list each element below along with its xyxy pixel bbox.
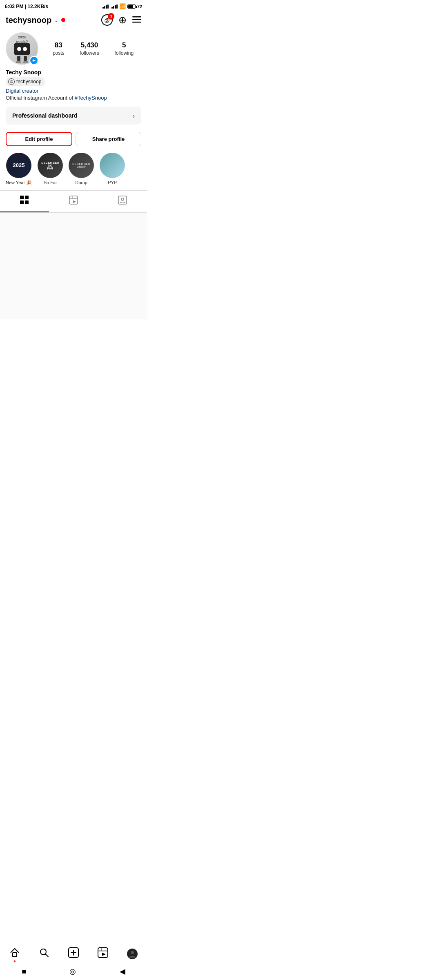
highlight-so-far[interactable]: DECEMBERSOFAR So Far	[38, 153, 63, 185]
dashboard-label: Professional dashboard	[12, 112, 77, 119]
svg-rect-11	[118, 196, 127, 204]
svg-rect-8	[69, 198, 78, 199]
battery-icon	[127, 4, 136, 9]
profile-section: 2025 goals?	[0, 29, 147, 102]
svg-rect-5	[20, 200, 24, 204]
display-name: Techy Snoop	[6, 69, 141, 76]
tagged-icon	[118, 196, 127, 207]
highlight-label-dump: Dump	[75, 180, 87, 185]
dashboard-arrow-icon: ›	[133, 112, 135, 120]
highlight-circle-new-year: 2025	[6, 153, 31, 178]
battery-percent: 72	[137, 4, 142, 9]
status-bar: 6:03 PM | 12.2KB/s 📶 72	[0, 0, 147, 11]
following-label: following	[114, 50, 134, 56]
threads-icon[interactable]: @ 3	[101, 14, 113, 26]
professional-dashboard[interactable]: › Professional dashboard	[6, 107, 141, 125]
highlight-circle-dump: DECEMBERDUMP	[69, 153, 94, 178]
highlight-circle-pyp	[100, 153, 125, 178]
svg-rect-9	[72, 196, 73, 198]
highlight-label-so-far: So Far	[44, 180, 57, 185]
username-label[interactable]: techysnoop	[6, 16, 51, 25]
avatar-wrap[interactable]: 2025 goals?	[6, 32, 38, 65]
posts-count: 83	[53, 41, 65, 49]
highlight-pyp[interactable]: PYP	[100, 153, 125, 185]
grid-area	[0, 213, 147, 319]
status-icons: 📶 72	[102, 3, 142, 9]
svg-rect-1	[132, 19, 141, 20]
signal-strength2-icon	[111, 4, 118, 9]
profile-category[interactable]: Digital creator	[6, 88, 141, 94]
new-post-icon[interactable]: ⊕	[118, 14, 127, 26]
highlight-label-new-year: New Year 🎉	[6, 180, 32, 185]
svg-rect-4	[25, 196, 29, 199]
edit-profile-button[interactable]: Edit profile	[6, 132, 72, 146]
menu-icon[interactable]	[132, 15, 141, 25]
tab-bar	[0, 190, 147, 213]
highlights-wrap: 2025 New Year 🎉 DECEMBERSOFAR So Far DEC…	[0, 149, 147, 189]
nav-right: @ 3 ⊕	[101, 14, 141, 26]
bio-hashtag[interactable]: #TechySnoop	[75, 95, 107, 101]
svg-rect-6	[25, 200, 29, 204]
stats-wrap: 83 posts 5,430 followers 5 following	[45, 41, 141, 56]
share-profile-button[interactable]: Share profile	[76, 132, 141, 146]
highlight-new-year[interactable]: 2025 New Year 🎉	[6, 153, 32, 185]
live-dot	[61, 18, 65, 22]
top-nav: techysnoop ⌄ @ 3 ⊕	[0, 11, 147, 29]
grid-icon	[20, 196, 29, 207]
following-count: 5	[114, 41, 134, 49]
followers-stat[interactable]: 5,430 followers	[80, 41, 99, 56]
svg-marker-10	[73, 200, 76, 203]
signal-strength-icon	[102, 4, 109, 9]
svg-point-12	[121, 198, 124, 200]
threads-handle-text: techysnoop	[16, 79, 41, 85]
reels-icon	[69, 196, 78, 207]
posts-label: posts	[53, 50, 65, 56]
nav-left: techysnoop ⌄	[6, 16, 65, 25]
svg-rect-3	[20, 196, 24, 199]
status-time: 6:03 PM | 12.2KB/s	[5, 4, 48, 9]
highlight-circle-so-far: DECEMBERSOFAR	[38, 153, 63, 178]
tab-grid[interactable]	[0, 191, 49, 212]
followers-label: followers	[80, 50, 99, 56]
dropdown-icon[interactable]: ⌄	[54, 17, 59, 23]
threads-badge: 3	[108, 13, 114, 20]
followers-count: 5,430	[80, 41, 99, 49]
profile-top: 2025 goals?	[6, 32, 141, 65]
highlight-label-pyp: PYP	[108, 180, 117, 185]
threads-logo-icon: @	[8, 78, 15, 85]
robot-face-icon	[14, 43, 30, 55]
following-stat[interactable]: 5 following	[114, 41, 134, 56]
tab-tagged[interactable]	[98, 191, 147, 212]
threads-handle[interactable]: @ techysnoop	[6, 77, 45, 86]
posts-stat[interactable]: 83 posts	[53, 41, 65, 56]
svg-rect-0	[132, 16, 141, 18]
tab-reels[interactable]	[49, 191, 98, 212]
wifi-icon: 📶	[119, 3, 126, 9]
svg-rect-2	[132, 22, 141, 23]
action-buttons: Edit profile Share profile	[0, 129, 147, 149]
highlight-dump[interactable]: DECEMBERDUMP Dump	[69, 153, 94, 185]
profile-bio: Official Instagram Account of #TechySnoo…	[6, 95, 141, 101]
add-avatar-button[interactable]: +	[29, 56, 38, 65]
